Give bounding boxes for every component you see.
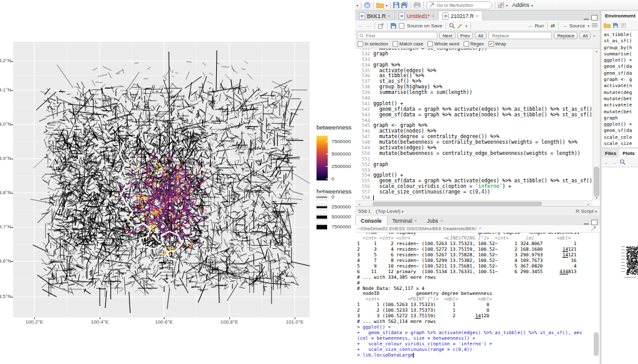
code-line[interactable]: 550 mutate(betweenness = centrality_edge…: [355, 151, 600, 157]
plot-forward-icon[interactable]: →: [612, 159, 617, 166]
tab-console[interactable]: Console: [355, 216, 388, 225]
find-option-in-selection[interactable]: In selection: [358, 41, 388, 47]
code-tools-caret-icon[interactable]: ▾: [465, 24, 467, 28]
code-editor[interactable]: 531 mutate(length = st_length(geometry))…: [355, 49, 600, 206]
toolbar-caret-icon[interactable]: ▾: [356, 3, 358, 7]
find-option-whole-word[interactable]: Whole word: [427, 41, 459, 47]
save-workspace-icon[interactable]: [613, 23, 618, 28]
code-line[interactable]: 551: [355, 157, 600, 162]
tab-close-icon[interactable]: ×: [414, 218, 417, 223]
history-entry[interactable]: scale_size: [604, 141, 638, 147]
scope-selector[interactable]: (Top Level) ▾: [376, 208, 404, 214]
find-close-icon[interactable]: ×: [593, 33, 598, 39]
tab-plots[interactable]: Plots: [619, 149, 638, 158]
history-entry[interactable]: scale_colo: [604, 134, 638, 141]
history-entry[interactable]: graph: [604, 115, 638, 121]
minimize-pane-icon[interactable]: [584, 19, 589, 20]
rerun-icon[interactable]: ⇄: [551, 23, 555, 29]
code-line[interactable]: 552graph: [355, 162, 600, 168]
source-tab-210217-r[interactable]: R210217.R×: [439, 11, 483, 21]
goto-file-function-input[interactable]: [436, 2, 488, 9]
checkbox[interactable]: ✓: [488, 41, 494, 47]
history-list[interactable]: as_tibble(st_as_sf()group_by(hsummarise(…: [602, 30, 638, 147]
addins-menu[interactable]: Addins: [512, 2, 530, 8]
plot-thumbnail[interactable]: [621, 239, 638, 280]
tab-close-icon[interactable]: ×: [440, 218, 443, 223]
source-button[interactable]: Source: [569, 23, 585, 29]
nav-back-icon[interactable]: ←: [358, 22, 363, 29]
history-entry[interactable]: geom_sf(da: [604, 63, 638, 70]
code-line[interactable]: 543 geom_sf(data = graph %>% activate(no…: [355, 113, 600, 118]
save-icon[interactable]: [393, 2, 399, 8]
console-output[interactable]: from to highway geometry edgeID length b…: [355, 233, 595, 364]
open-file-icon[interactable]: [376, 2, 384, 8]
minimize-pane-icon[interactable]: [584, 223, 589, 225]
history-entry[interactable]: group_by(h: [604, 45, 638, 51]
code-line[interactable]: 539 summarise(length = sum(length)): [355, 90, 600, 96]
console-scrollbar[interactable]: [593, 233, 599, 364]
plot-back-icon[interactable]: ←: [604, 159, 609, 166]
scroll-down-icon[interactable]: ▼: [593, 196, 600, 200]
source-caret-icon[interactable]: ▾: [588, 24, 589, 28]
history-entry[interactable]: mutate(bet: [604, 109, 638, 115]
r-project-icon[interactable]: R: [364, 2, 371, 9]
find-field[interactable]: [357, 32, 437, 39]
console-scroll-thumb[interactable]: [594, 332, 599, 356]
find-option-regex[interactable]: Regex: [464, 41, 484, 47]
file-type-selector[interactable]: R Script ▾: [576, 208, 597, 214]
history-entry[interactable]: graph <- g: [604, 77, 638, 83]
tab-files[interactable]: Files: [602, 149, 619, 158]
find-replace-icon[interactable]: [449, 23, 455, 29]
tab-close-icon[interactable]: ×: [432, 13, 435, 19]
popout-icon[interactable]: [378, 23, 384, 29]
checkbox[interactable]: [393, 41, 398, 47]
replace-input[interactable]: [491, 32, 550, 39]
zoom-plot-icon[interactable]: [620, 159, 626, 165]
source-tab-bkk1-r[interactable]: RBKK1.R×: [355, 11, 395, 21]
checkbox[interactable]: [358, 41, 363, 47]
checkbox[interactable]: [427, 41, 433, 47]
find-option-wrap[interactable]: ✓Wrap: [488, 41, 507, 47]
document-outline-icon[interactable]: [592, 23, 598, 28]
history-entry[interactable]: activate(e: [604, 102, 638, 108]
code-line[interactable]: 532graph: [355, 52, 600, 57]
replace-all-button[interactable]: All: [579, 32, 591, 39]
scroll-up-icon[interactable]: ▲: [593, 49, 600, 53]
tab-close-icon[interactable]: ×: [475, 13, 478, 19]
workspace-panes-caret-icon[interactable]: ▾: [506, 3, 508, 7]
run-button[interactable]: Run: [535, 23, 544, 29]
tab-jobs[interactable]: Jobs×: [422, 216, 448, 225]
tab-close-icon[interactable]: ×: [388, 13, 391, 19]
goto-file-function-box[interactable]: [426, 1, 492, 9]
replace-field[interactable]: [488, 32, 553, 39]
editor-hscroll-thumb[interactable]: [373, 202, 542, 206]
replace-button[interactable]: Replace: [554, 32, 578, 39]
workspace-panes-icon[interactable]: [498, 2, 504, 8]
source-on-save-checkbox[interactable]: [399, 23, 404, 29]
history-entry[interactable]: geom_sf(da: [604, 128, 638, 134]
addins-caret-icon[interactable]: ▾: [531, 3, 533, 7]
history-entry[interactable]: mutate(deg: [604, 90, 638, 96]
editor-vertical-scrollbar[interactable]: ▲ ▼: [593, 49, 600, 200]
load-workspace-icon[interactable]: [604, 23, 611, 28]
save-icon[interactable]: [391, 23, 396, 29]
checkbox[interactable]: [464, 41, 469, 47]
history-entry[interactable]: ggplot() +: [604, 121, 638, 128]
save-all-icon[interactable]: [401, 2, 408, 8]
history-entry[interactable]: ggplot() +: [604, 57, 638, 63]
code-tools-wand-icon[interactable]: [457, 23, 463, 29]
open-folder-link-icon[interactable]: ↗: [478, 226, 482, 231]
editor-vscroll-thumb[interactable]: [594, 167, 599, 197]
history-entry[interactable]: summarise(: [604, 51, 638, 57]
source-tab-untitled1-[interactable]: RUntitled1*×: [395, 11, 439, 21]
history-entry[interactable]: geom_sf(da: [604, 70, 638, 77]
maximize-pane-icon[interactable]: [591, 15, 598, 21]
find-option-match-case[interactable]: Match case: [393, 41, 423, 47]
print-icon[interactable]: [414, 2, 421, 8]
history-entry[interactable]: st_as_sf(): [604, 38, 638, 44]
maximize-pane-icon[interactable]: [591, 220, 598, 225]
find-all-button[interactable]: All: [475, 32, 486, 39]
history-entry[interactable]: mutate(bet: [604, 96, 638, 102]
code-line[interactable]: 557 scale_size_continuous(range = c(0,4)…: [355, 190, 600, 195]
import-dataset-icon[interactable]: [621, 23, 626, 28]
